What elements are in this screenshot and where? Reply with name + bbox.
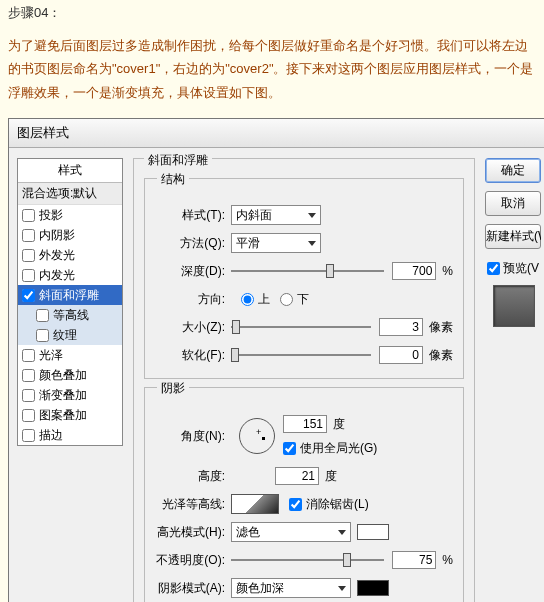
style-item-label: 颜色叠加 <box>39 367 87 384</box>
style-item-checkbox[interactable] <box>22 369 35 382</box>
gloss-contour-label: 光泽等高线: <box>155 496 225 513</box>
highlight-color-swatch[interactable] <box>357 524 389 540</box>
bevel-group-title: 斜面和浮雕 <box>144 152 212 169</box>
direction-down-radio[interactable] <box>280 293 293 306</box>
style-item-label: 斜面和浮雕 <box>39 287 99 304</box>
style-item-10[interactable]: 图案叠加 <box>18 405 122 425</box>
highlight-mode-label: 高光模式(H): <box>155 524 225 541</box>
highlight-opacity-slider[interactable] <box>231 551 384 569</box>
style-item-label: 等高线 <box>53 307 89 324</box>
style-item-checkbox[interactable] <box>22 209 35 222</box>
size-unit: 像素 <box>429 319 453 336</box>
highlight-opacity-input[interactable]: 75 <box>392 551 436 569</box>
style-item-label: 图案叠加 <box>39 407 87 424</box>
angle-input[interactable]: 151 <box>283 415 327 433</box>
depth-unit: % <box>442 264 453 278</box>
angle-dial[interactable]: + <box>239 418 275 454</box>
chevron-down-icon <box>308 241 316 246</box>
size-slider[interactable] <box>231 318 371 336</box>
altitude-unit: 度 <box>325 468 337 485</box>
dialog-title: 图层样式 <box>9 119 544 148</box>
style-item-1[interactable]: 内阴影 <box>18 225 122 245</box>
depth-input[interactable]: 700 <box>392 262 436 280</box>
technique-label: 方法(Q): <box>155 235 225 252</box>
blend-options[interactable]: 混合选项:默认 <box>18 183 122 205</box>
highlight-mode-select[interactable]: 滤色 <box>231 522 351 542</box>
cancel-button[interactable]: 取消 <box>485 191 541 216</box>
altitude-label: 高度: <box>155 468 225 485</box>
bevel-group: 斜面和浮雕 结构 样式(T): 内斜面 方法(Q): 平滑 深度(D): <box>133 158 475 602</box>
style-item-5[interactable]: 等高线 <box>18 305 122 325</box>
shadow-mode-label: 阴影模式(A): <box>155 580 225 597</box>
global-light-checkbox[interactable] <box>283 442 296 455</box>
style-item-checkbox[interactable] <box>22 269 35 282</box>
style-item-checkbox[interactable] <box>36 309 49 322</box>
soften-slider[interactable] <box>231 346 371 364</box>
style-item-label: 内发光 <box>39 267 75 284</box>
structure-group: 结构 样式(T): 内斜面 方法(Q): 平滑 深度(D): 700 % <box>144 178 464 379</box>
soften-unit: 像素 <box>429 347 453 364</box>
chevron-down-icon <box>308 213 316 218</box>
style-item-label: 渐变叠加 <box>39 387 87 404</box>
soften-label: 软化(F): <box>155 347 225 364</box>
direction-down-label: 下 <box>297 291 309 308</box>
styles-list: 样式 混合选项:默认 投影内阴影外发光内发光斜面和浮雕等高线纹理光泽颜色叠加渐变… <box>17 158 123 446</box>
preview-checkbox[interactable] <box>487 262 500 275</box>
style-item-checkbox[interactable] <box>22 289 35 302</box>
style-item-label: 描边 <box>39 427 63 444</box>
style-item-checkbox[interactable] <box>22 389 35 402</box>
style-item-2[interactable]: 外发光 <box>18 245 122 265</box>
highlight-opacity-unit: % <box>442 553 453 567</box>
style-item-0[interactable]: 投影 <box>18 205 122 225</box>
style-item-checkbox[interactable] <box>22 409 35 422</box>
depth-label: 深度(D): <box>155 263 225 280</box>
direction-up-label: 上 <box>258 291 270 308</box>
altitude-input[interactable]: 21 <box>275 467 319 485</box>
shadow-color-swatch[interactable] <box>357 580 389 596</box>
angle-label: 角度(N): <box>155 428 225 445</box>
step-title: 步骤04： <box>8 4 536 22</box>
depth-slider[interactable] <box>231 262 384 280</box>
style-item-checkbox[interactable] <box>22 429 35 442</box>
style-item-8[interactable]: 颜色叠加 <box>18 365 122 385</box>
style-item-7[interactable]: 光泽 <box>18 345 122 365</box>
antialias-checkbox[interactable] <box>289 498 302 511</box>
antialias-label: 消除锯齿(L) <box>306 496 369 513</box>
style-item-checkbox[interactable] <box>22 229 35 242</box>
style-label: 样式(T): <box>155 207 225 224</box>
chevron-down-icon <box>338 530 346 535</box>
new-style-button[interactable]: 新建样式(W <box>485 224 541 249</box>
style-item-label: 纹理 <box>53 327 77 344</box>
style-item-checkbox[interactable] <box>22 349 35 362</box>
shading-group: 阴影 角度(N): + 151 度 使用全局光(G) 高度 <box>144 387 464 602</box>
highlight-opacity-label: 不透明度(O): <box>155 552 225 569</box>
style-select[interactable]: 内斜面 <box>231 205 321 225</box>
size-input[interactable]: 3 <box>379 318 423 336</box>
style-item-4[interactable]: 斜面和浮雕 <box>18 285 122 305</box>
structure-title: 结构 <box>157 171 189 188</box>
direction-up-radio[interactable] <box>241 293 254 306</box>
ok-button[interactable]: 确定 <box>485 158 541 183</box>
style-item-checkbox[interactable] <box>22 249 35 262</box>
layer-style-dialog: 图层样式 样式 混合选项:默认 投影内阴影外发光内发光斜面和浮雕等高线纹理光泽颜… <box>8 118 544 602</box>
chevron-down-icon <box>338 586 346 591</box>
angle-unit: 度 <box>333 416 345 433</box>
direction-label: 方向: <box>155 291 225 308</box>
style-item-11[interactable]: 描边 <box>18 425 122 445</box>
preview-swatch <box>493 285 535 327</box>
style-item-label: 外发光 <box>39 247 75 264</box>
style-item-label: 投影 <box>39 207 63 224</box>
style-item-label: 内阴影 <box>39 227 75 244</box>
style-item-3[interactable]: 内发光 <box>18 265 122 285</box>
style-item-label: 光泽 <box>39 347 63 364</box>
preview-label: 预览(V <box>503 260 539 277</box>
style-item-checkbox[interactable] <box>36 329 49 342</box>
step-body: 为了避免后面图层过多造成制作困扰，给每个图层做好重命名是个好习惯。我们可以将左边… <box>8 34 536 104</box>
size-label: 大小(Z): <box>155 319 225 336</box>
style-item-6[interactable]: 纹理 <box>18 325 122 345</box>
style-item-9[interactable]: 渐变叠加 <box>18 385 122 405</box>
soften-input[interactable]: 0 <box>379 346 423 364</box>
gloss-contour-picker[interactable] <box>231 494 279 514</box>
shadow-mode-select[interactable]: 颜色加深 <box>231 578 351 598</box>
technique-select[interactable]: 平滑 <box>231 233 321 253</box>
